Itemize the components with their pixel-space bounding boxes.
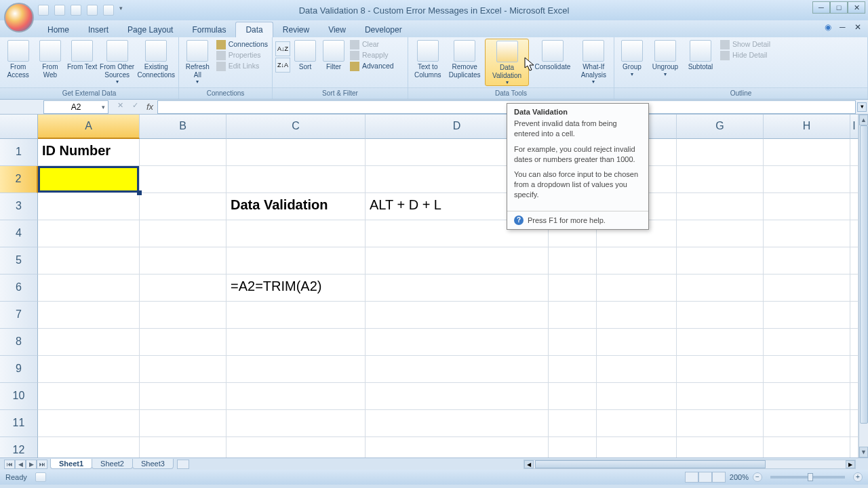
worksheet-grid[interactable]: ABCDEFGHI 123456789101112 ID NumberData … bbox=[0, 115, 868, 458]
sort-asc-button[interactable]: A↓Z bbox=[275, 41, 290, 56]
hide-detail-button: Hide Detail bbox=[719, 49, 772, 60]
undo-icon[interactable] bbox=[54, 5, 65, 16]
group-label-datatools: Data Tools bbox=[408, 87, 614, 99]
text-to-columns-button[interactable]: Text to Columns bbox=[411, 39, 444, 79]
cell-A1[interactable]: ID Number bbox=[38, 139, 140, 166]
remove-duplicates-button[interactable]: Remove Duplicates bbox=[446, 39, 483, 79]
from-web-button[interactable]: From Web bbox=[35, 39, 65, 79]
minimize-button[interactable]: ─ bbox=[812, 1, 830, 14]
page-break-view-button[interactable] bbox=[712, 472, 726, 483]
insert-sheet-button[interactable] bbox=[177, 460, 189, 469]
row-header-5[interactable]: 5 bbox=[0, 247, 38, 274]
refresh-all-button[interactable]: Refresh All▾ bbox=[182, 39, 214, 85]
qat-icon-5[interactable] bbox=[103, 5, 114, 16]
column-header-B[interactable]: B bbox=[140, 115, 226, 139]
select-all-corner[interactable] bbox=[0, 115, 38, 139]
sheet-nav-prev-icon[interactable]: ◀ bbox=[15, 460, 26, 469]
fx-icon[interactable]: fx bbox=[146, 102, 153, 112]
row-header-8[interactable]: 8 bbox=[0, 329, 38, 356]
consolidate-button[interactable]: Consolidate bbox=[530, 39, 574, 71]
connections-button[interactable]: Connections bbox=[215, 39, 269, 49]
zoom-out-button[interactable]: − bbox=[753, 472, 762, 482]
zoom-level[interactable]: 200% bbox=[730, 473, 749, 481]
row-header-9[interactable]: 9 bbox=[0, 356, 38, 383]
qat-customize-icon[interactable]: ▾ bbox=[119, 5, 130, 16]
macro-record-icon[interactable] bbox=[35, 472, 46, 482]
whatif-analysis-button[interactable]: What-If Analysis▾ bbox=[576, 39, 611, 85]
row-header-2[interactable]: 2 bbox=[0, 166, 38, 193]
page-layout-view-button[interactable] bbox=[698, 472, 712, 483]
enter-formula-icon: ✓ bbox=[129, 101, 141, 113]
group-label-external: Get External Data bbox=[0, 87, 178, 99]
name-box[interactable]: A2 bbox=[43, 100, 108, 114]
qat-icon-4[interactable] bbox=[87, 5, 98, 16]
cell-C6[interactable]: =A2=TRIM(A2) bbox=[226, 274, 366, 302]
help-icon[interactable]: ◉ bbox=[825, 22, 834, 32]
tab-developer[interactable]: Developer bbox=[355, 22, 412, 37]
row-header-10[interactable]: 10 bbox=[0, 383, 38, 410]
sheet-tab-sheet1[interactable]: Sheet1 bbox=[50, 459, 92, 469]
active-cell-highlight[interactable] bbox=[38, 166, 139, 192]
status-text: Ready bbox=[5, 473, 27, 481]
normal-view-button[interactable] bbox=[685, 472, 698, 483]
tooltip-help-text: Press F1 for more help. bbox=[528, 216, 606, 224]
advanced-filter-button[interactable]: Advanced bbox=[349, 60, 395, 71]
filter-button[interactable]: Filter bbox=[320, 39, 347, 71]
minimize-ribbon-icon[interactable]: ─ bbox=[840, 22, 849, 32]
close-workbook-icon[interactable]: ✕ bbox=[854, 22, 864, 32]
tab-home[interactable]: Home bbox=[38, 22, 79, 37]
zoom-slider[interactable] bbox=[770, 476, 845, 479]
column-header-I[interactable]: I bbox=[850, 115, 859, 139]
sheet-nav-first-icon[interactable]: ⏮ bbox=[4, 460, 15, 469]
group-label-connections: Connections bbox=[179, 87, 272, 99]
window-title: Data Validation 8 - Custom Error Message… bbox=[299, 5, 570, 16]
tab-page-layout[interactable]: Page Layout bbox=[118, 22, 182, 37]
expand-formula-bar-icon[interactable]: ▾ bbox=[857, 102, 867, 112]
row-header-11[interactable]: 11 bbox=[0, 410, 38, 437]
tab-data[interactable]: Data bbox=[235, 22, 273, 37]
group-button[interactable]: Group▾ bbox=[617, 39, 647, 77]
sort-desc-button[interactable]: Z↓A bbox=[275, 58, 290, 73]
horizontal-scrollbar[interactable]: ◀ ▶ bbox=[524, 460, 856, 469]
scroll-down-icon[interactable]: ▼ bbox=[859, 447, 868, 458]
tab-review[interactable]: Review bbox=[273, 22, 319, 37]
vertical-scrollbar[interactable]: ▲ ▼ bbox=[859, 115, 868, 458]
sheet-nav-last-icon[interactable]: ⏭ bbox=[37, 460, 47, 469]
column-header-C[interactable]: C bbox=[226, 115, 366, 139]
zoom-in-button[interactable]: + bbox=[853, 472, 863, 482]
from-access-button[interactable]: From Access bbox=[3, 39, 33, 79]
scroll-right-icon[interactable]: ▶ bbox=[846, 460, 855, 468]
tab-view[interactable]: View bbox=[319, 22, 355, 37]
cell-C3[interactable]: Data Validation bbox=[226, 193, 366, 220]
maximize-button[interactable]: □ bbox=[830, 1, 848, 14]
scroll-left-icon[interactable]: ◀ bbox=[524, 460, 534, 468]
existing-connections-button[interactable]: Existing Connections bbox=[137, 39, 176, 79]
row-header-1[interactable]: 1 bbox=[0, 139, 38, 166]
redo-icon[interactable] bbox=[71, 5, 81, 16]
scroll-up-icon[interactable]: ▲ bbox=[859, 115, 868, 125]
row-header-4[interactable]: 4 bbox=[0, 220, 38, 247]
close-button[interactable]: ✕ bbox=[848, 1, 865, 14]
subtotal-button[interactable]: Subtotal bbox=[684, 39, 717, 71]
row-header-7[interactable]: 7 bbox=[0, 302, 38, 329]
sheet-tab-sheet2[interactable]: Sheet2 bbox=[92, 459, 133, 469]
from-other-sources-button[interactable]: From Other Sources▾ bbox=[99, 39, 136, 85]
column-header-A[interactable]: A bbox=[38, 115, 140, 139]
save-icon[interactable] bbox=[38, 5, 49, 16]
tab-insert[interactable]: Insert bbox=[79, 22, 118, 37]
sheet-tab-sheet3[interactable]: Sheet3 bbox=[132, 459, 174, 469]
row-header-6[interactable]: 6 bbox=[0, 274, 38, 302]
sheet-nav-next-icon[interactable]: ▶ bbox=[26, 460, 37, 469]
from-text-button[interactable]: From Text bbox=[66, 39, 97, 71]
row-header-3[interactable]: 3 bbox=[0, 193, 38, 220]
edit-links-button: Edit Links bbox=[215, 60, 269, 71]
data-validation-button[interactable]: Data Validation▾ bbox=[485, 39, 529, 86]
tab-formulas[interactable]: Formulas bbox=[182, 22, 235, 37]
column-header-G[interactable]: G bbox=[677, 115, 764, 139]
sort-button[interactable]: Sort bbox=[292, 39, 319, 71]
column-header-H[interactable]: H bbox=[764, 115, 850, 139]
vscroll-thumb[interactable] bbox=[860, 125, 868, 424]
ungroup-button[interactable]: Ungroup▾ bbox=[648, 39, 682, 77]
hscroll-thumb[interactable] bbox=[535, 460, 766, 468]
office-button[interactable] bbox=[4, 3, 34, 33]
